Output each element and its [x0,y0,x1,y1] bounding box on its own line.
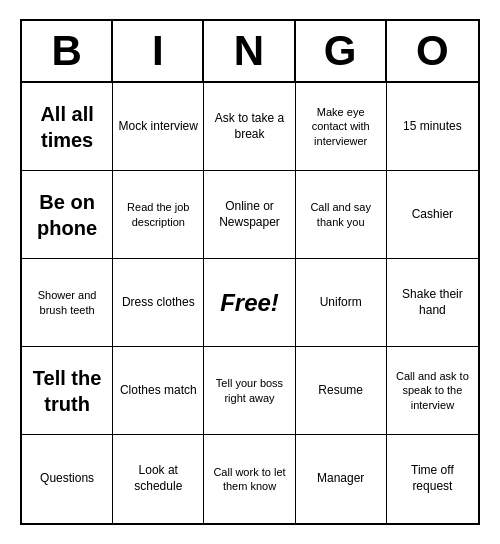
bingo-cell-13: Uniform [296,259,387,347]
bingo-header: BINGO [22,21,478,83]
bingo-cell-12: Free! [204,259,295,347]
bingo-cell-16: Clothes match [113,347,204,435]
bingo-cell-9: Cashier [387,171,478,259]
bingo-letter-g: G [296,21,387,81]
bingo-cell-14: Shake their hand [387,259,478,347]
bingo-cell-5: Be on phone [22,171,113,259]
bingo-cell-11: Dress clothes [113,259,204,347]
bingo-cell-7: Online or Newspaper [204,171,295,259]
bingo-cell-0: All all times [22,83,113,171]
bingo-cell-8: Call and say thank you [296,171,387,259]
bingo-cell-24: Time off request [387,435,478,523]
bingo-letter-o: O [387,21,478,81]
bingo-cell-17: Tell your boss right away [204,347,295,435]
bingo-letter-b: B [22,21,113,81]
bingo-letter-n: N [204,21,295,81]
bingo-letter-i: I [113,21,204,81]
bingo-cell-10: Shower and brush teeth [22,259,113,347]
bingo-grid: All all timesMock interviewAsk to take a… [22,83,478,523]
bingo-cell-4: 15 minutes [387,83,478,171]
bingo-cell-6: Read the job description [113,171,204,259]
bingo-cell-15: Tell the truth [22,347,113,435]
bingo-cell-2: Ask to take a break [204,83,295,171]
bingo-card: BINGO All all timesMock interviewAsk to … [20,19,480,525]
bingo-cell-3: Make eye contact with interviewer [296,83,387,171]
bingo-cell-18: Resume [296,347,387,435]
bingo-cell-20: Questions [22,435,113,523]
bingo-cell-23: Manager [296,435,387,523]
bingo-cell-19: Call and ask to speak to the interview [387,347,478,435]
bingo-cell-22: Call work to let them know [204,435,295,523]
bingo-cell-1: Mock interview [113,83,204,171]
bingo-cell-21: Look at schedule [113,435,204,523]
